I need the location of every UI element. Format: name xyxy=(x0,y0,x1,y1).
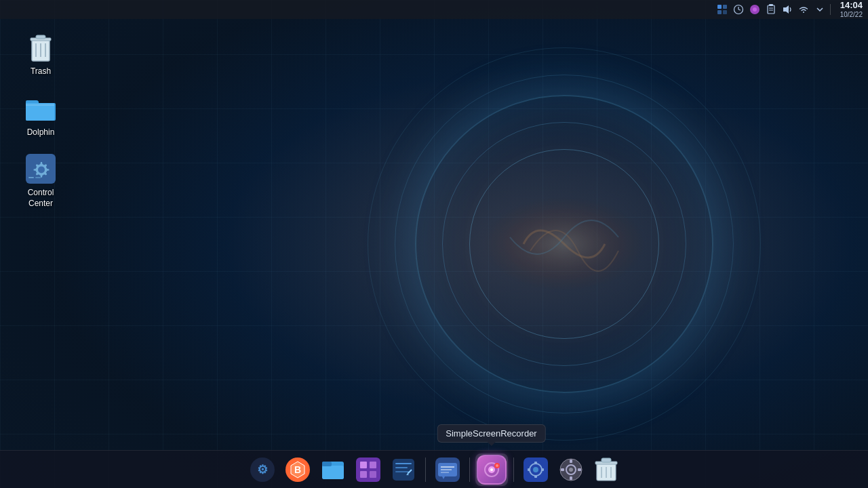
swirl-decoration xyxy=(469,176,659,312)
svg-rect-32 xyxy=(322,466,344,479)
svg-point-23 xyxy=(38,167,45,174)
svg-rect-67 xyxy=(561,468,564,471)
svg-rect-38 xyxy=(370,471,376,478)
svg-rect-59 xyxy=(534,462,537,464)
svg-rect-35 xyxy=(360,462,367,468)
trash-icon xyxy=(24,31,57,64)
control-center-label: Control Center xyxy=(18,188,64,209)
dock-item-system-settings[interactable] xyxy=(519,453,552,486)
svg-point-10 xyxy=(753,7,757,12)
dock-separator-3 xyxy=(513,458,514,482)
tray-expand-icon[interactable] xyxy=(814,3,826,16)
svg-rect-25 xyxy=(35,177,41,178)
svg-rect-5 xyxy=(723,10,727,14)
svg-point-69 xyxy=(569,468,573,472)
svg-rect-11 xyxy=(768,5,774,14)
svg-rect-37 xyxy=(360,471,367,478)
svg-rect-42 xyxy=(395,471,409,472)
svg-rect-2 xyxy=(717,5,722,9)
clock-time: 14:04 xyxy=(840,0,863,11)
svg-rect-61 xyxy=(528,468,530,471)
svg-text:B: B xyxy=(294,464,300,475)
dock-item-cheogram[interactable] xyxy=(431,453,464,486)
tray-volume-icon[interactable] xyxy=(781,3,793,16)
rings-decoration xyxy=(361,41,768,447)
desktop-icon-trash[interactable]: Trash xyxy=(14,27,68,81)
svg-text:⚙: ⚙ xyxy=(257,463,268,476)
dock-item-files[interactable] xyxy=(317,453,349,486)
top-panel: 14:04 10/2/22 xyxy=(0,0,868,19)
dock-separator-2 xyxy=(469,458,470,482)
svg-rect-62 xyxy=(541,468,544,471)
dock-item-app4[interactable] xyxy=(352,453,384,486)
svg-rect-12 xyxy=(769,4,773,6)
dock-item-ssr[interactable]: SimpleScreenRecorder xyxy=(475,453,508,486)
svg-rect-65 xyxy=(570,460,572,463)
taskbar: ⚙ B xyxy=(0,450,868,488)
svg-rect-24 xyxy=(28,177,34,178)
dolphin-folder-icon xyxy=(24,92,57,125)
clock-date: 10/2/22 xyxy=(840,11,863,19)
svg-line-8 xyxy=(738,9,741,10)
svg-point-58 xyxy=(533,467,538,472)
svg-point-53 xyxy=(490,468,493,471)
desktop-icon-dolphin[interactable]: Dolphin xyxy=(14,88,68,142)
svg-rect-72 xyxy=(601,458,611,462)
svg-rect-33 xyxy=(322,462,332,466)
tray-clipboard-icon[interactable] xyxy=(765,3,777,16)
system-tray: 14:04 10/2/22 xyxy=(716,0,863,19)
dock-item-kde[interactable]: ⚙ xyxy=(246,453,279,486)
svg-rect-18 xyxy=(36,35,45,39)
tray-network-icon[interactable] xyxy=(797,3,810,16)
tray-purple-app-icon[interactable] xyxy=(749,3,761,16)
ssr-icon xyxy=(477,455,507,485)
svg-rect-60 xyxy=(534,475,537,478)
clock-area[interactable]: 14:04 10/2/22 xyxy=(840,0,863,19)
dock-item-trash-small[interactable] xyxy=(590,453,623,486)
tray-divider xyxy=(830,4,831,15)
svg-rect-4 xyxy=(717,10,722,14)
svg-rect-68 xyxy=(578,468,581,471)
tray-clock-icon[interactable] xyxy=(732,3,745,16)
dock-item-brave[interactable]: B xyxy=(281,453,314,486)
svg-rect-41 xyxy=(395,467,408,468)
svg-rect-36 xyxy=(370,462,376,468)
svg-rect-66 xyxy=(570,476,572,480)
tray-blue-app-icon[interactable] xyxy=(716,3,728,16)
svg-rect-40 xyxy=(395,463,412,464)
dock-separator-1 xyxy=(425,458,426,482)
svg-rect-3 xyxy=(723,5,727,9)
desktop-icons: Trash Dolphin xyxy=(14,27,68,213)
dock-item-editor[interactable] xyxy=(387,453,420,486)
dolphin-label: Dolphin xyxy=(27,127,55,138)
svg-rect-34 xyxy=(356,458,380,482)
control-center-icon xyxy=(24,152,57,185)
desktop-icon-control-center[interactable]: Control Center xyxy=(14,148,68,213)
svg-point-55 xyxy=(496,464,498,467)
trash-label: Trash xyxy=(31,66,51,77)
svg-marker-15 xyxy=(783,5,789,14)
wallpaper xyxy=(0,0,868,488)
dock-item-settings[interactable] xyxy=(555,453,587,486)
